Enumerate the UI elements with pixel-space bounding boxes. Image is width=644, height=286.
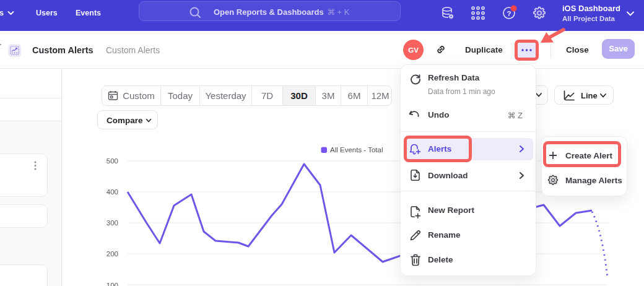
svg-text:400: 400	[107, 188, 118, 196]
svg-text:200: 200	[107, 250, 118, 258]
svg-text:?: ?	[507, 10, 511, 17]
svg-text:All Events - Total: All Events - Total	[330, 146, 383, 154]
svg-text:100: 100	[107, 282, 118, 286]
svg-text:300: 300	[107, 219, 118, 227]
svg-text:500: 500	[107, 157, 118, 165]
